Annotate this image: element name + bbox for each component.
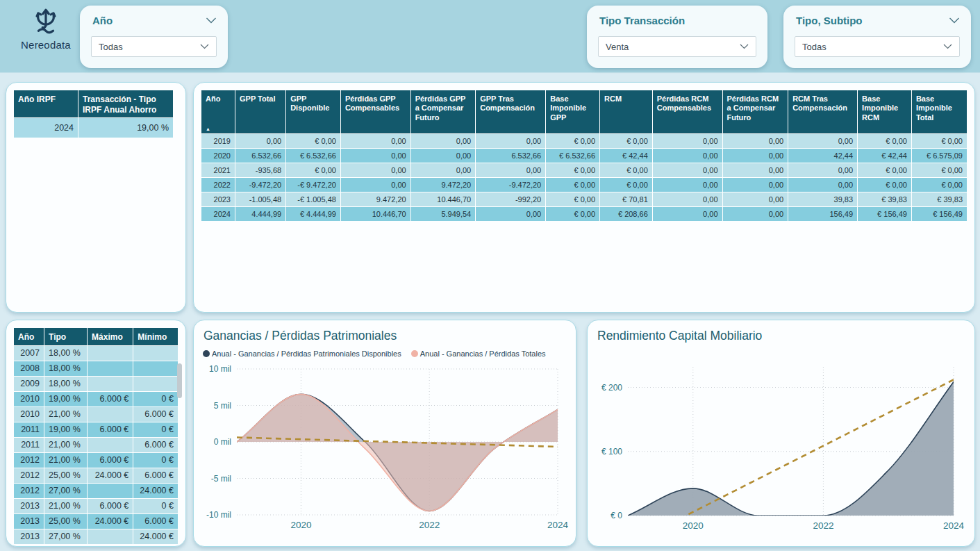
x-axis-tick-label: 2024 — [547, 520, 569, 530]
y-axis-tick-label: 5 mil — [214, 401, 231, 411]
table-cell — [88, 437, 133, 452]
table-cell: 39,83 — [788, 192, 858, 207]
column-header[interactable]: Pérdidas GPP Compensables — [340, 90, 410, 134]
column-header[interactable]: Pérdidas RCM Compensables — [652, 90, 722, 134]
column-header[interactable]: RCM Tras Compensación — [788, 90, 858, 134]
column-header[interactable]: Pérdidas RCM a Compensar Futuro — [722, 90, 788, 134]
x-axis-tick-label: 2022 — [419, 520, 440, 530]
table-cell: 2013 — [14, 513, 44, 529]
table-cell: 27,00 % — [44, 483, 88, 498]
table-row: 201119,00 %6.000 €0 € — [14, 422, 178, 437]
x-axis-tick-label: 2024 — [943, 520, 965, 531]
table-cell: 6.532,66 — [476, 149, 546, 163]
table-cell — [88, 529, 133, 544]
table-row: 201121,00 %6.000 € — [14, 437, 178, 452]
table-cell: 0,00 — [476, 134, 546, 149]
table-header-row: Año IRPFTransacción - Tipo IRPF Anual Ah… — [14, 90, 173, 118]
table-cell — [88, 483, 133, 498]
table-cell: 25,00 % — [44, 513, 88, 529]
table-cell: 6.000 € — [88, 422, 133, 437]
table-cell: 6.000 € — [133, 468, 178, 483]
table-cell: 0,00 — [652, 149, 722, 163]
brand-logo: Nereodata — [13, 6, 79, 51]
table-cell: 2012 — [14, 483, 44, 498]
table-cell: 0,00 — [476, 163, 546, 178]
column-header[interactable]: Base Imponible Total — [911, 90, 967, 134]
column-header[interactable]: Año — [14, 328, 44, 345]
area-fill — [628, 382, 954, 516]
table-cell: 6.000 € — [88, 391, 133, 406]
table-cell: -935,68 — [235, 163, 286, 178]
table-cell: 24.000 € — [133, 483, 178, 498]
gpp-rcm-summary-panel: Año▲GPP TotalGPP DisponiblePérdidas GPP … — [193, 82, 975, 313]
table-cell: 2011 — [14, 422, 44, 437]
column-header[interactable]: Base Imponible GPP — [546, 90, 600, 134]
table-cell: € 0,00 — [911, 178, 967, 192]
legend-item: Anual - Ganancias / Pérdidas Totales — [411, 349, 546, 358]
column-header[interactable]: Año▲ — [201, 90, 235, 134]
table-row: 201225,00 %24.000 €6.000 € — [14, 468, 178, 483]
table-row: 20206.532,66€ 6.532,660,000,006.532,66€ … — [201, 149, 967, 163]
table-cell: 24.000 € — [88, 513, 133, 529]
gpp-chart-legend: Anual - Ganancias / Pérdidas Patrimonial… — [194, 343, 576, 358]
column-header[interactable]: RCM — [600, 90, 653, 134]
chevron-down-icon[interactable] — [949, 17, 960, 24]
sort-ascending-icon: ▲ — [206, 126, 210, 131]
chevron-down-icon[interactable] — [206, 17, 217, 24]
table-cell: 0,00 — [788, 178, 858, 192]
table-cell: € 0,00 — [286, 163, 341, 178]
table-cell: 2011 — [14, 437, 44, 452]
table-cell: 18,00 % — [44, 345, 88, 361]
table-cell: 24.000 € — [133, 529, 178, 544]
table-cell: 0,00 — [235, 134, 286, 149]
table-cell — [133, 345, 178, 361]
gpp-area-chart: 10 mil5 mil0 mil-5 mil-10 mil20202022202… — [194, 361, 569, 534]
table-cell: 4.444,99 — [235, 207, 286, 222]
legend-label: Anual - Ganancias / Pérdidas Patrimonial… — [212, 349, 401, 358]
x-axis-tick-label: 2020 — [290, 520, 311, 530]
rates-table: AñoTipoMáximoMínimo200718,00 %200818,00 … — [14, 328, 178, 544]
y-axis-tick-label: € 100 — [601, 447, 622, 457]
tipo-transaccion-slicer: Tipo Transacción Venta — [587, 6, 767, 68]
ano-slicer: Año Todas — [80, 6, 228, 68]
table-cell: -9.472,20 — [476, 178, 546, 192]
table-cell: 0,00 — [722, 192, 788, 207]
area-fill — [237, 394, 558, 511]
tipo-subtipo-dropdown[interactable]: Todas — [795, 36, 960, 57]
table-cell: 0,00 — [410, 149, 476, 163]
ano-dropdown[interactable]: Todas — [91, 36, 217, 57]
table-cell: € 6.532,66 — [546, 149, 600, 163]
table-row: 2021-935,68€ 0,000,000,000,00€ 0,00€ 0,0… — [201, 163, 967, 178]
rcm-area-chart: € 0€ 100€ 200202020222024 — [588, 361, 967, 535]
table-cell: € 39,83 — [911, 192, 967, 207]
tipo-transaccion-dropdown[interactable]: Venta — [598, 36, 756, 57]
table-cell: € 156,49 — [911, 207, 967, 222]
column-header[interactable]: Base Imponible RCM — [858, 90, 912, 134]
column-header[interactable]: GPP Disponible — [286, 90, 341, 134]
column-header[interactable]: Transacción - Tipo IRPF Anual Ahorro — [78, 90, 174, 118]
column-header[interactable]: Máximo — [88, 328, 133, 345]
column-header[interactable]: GPP Tras Compensación — [476, 90, 546, 134]
trident-logo-icon — [30, 6, 62, 36]
column-header[interactable]: Mínimo — [133, 328, 178, 345]
table-cell: 0,00 — [652, 163, 722, 178]
column-header[interactable]: Pérdidas GPP a Compensar Futuro — [410, 90, 476, 134]
column-header[interactable]: GPP Total — [235, 90, 286, 134]
table-cell: 27,00 % — [44, 529, 88, 544]
table-cell: 2022 — [201, 178, 235, 192]
table-cell: 2024 — [201, 207, 235, 222]
y-axis-tick-label: € 0 — [611, 511, 622, 520]
table-row: 2023-1.005,48-€ 1.005,489.472,2010.446,7… — [201, 192, 967, 207]
table-cell: 2024 — [14, 118, 78, 138]
table-cell: 2013 — [14, 529, 44, 544]
table-cell: 2021 — [201, 163, 235, 178]
column-header[interactable]: Tipo — [44, 328, 88, 345]
rcm-chart-title: Rendimiento Capital Mobiliario — [588, 320, 974, 343]
table-cell: 0,00 — [722, 163, 788, 178]
column-header[interactable]: Año IRPF — [14, 90, 78, 118]
table-cell: € 156,49 — [858, 207, 912, 222]
table-row: 201221,00 %6.000 €0 € — [14, 452, 178, 468]
table-cell: € 0,00 — [858, 178, 912, 192]
table-cell: 0 € — [133, 422, 178, 437]
scrollbar-thumb[interactable] — [177, 363, 182, 398]
